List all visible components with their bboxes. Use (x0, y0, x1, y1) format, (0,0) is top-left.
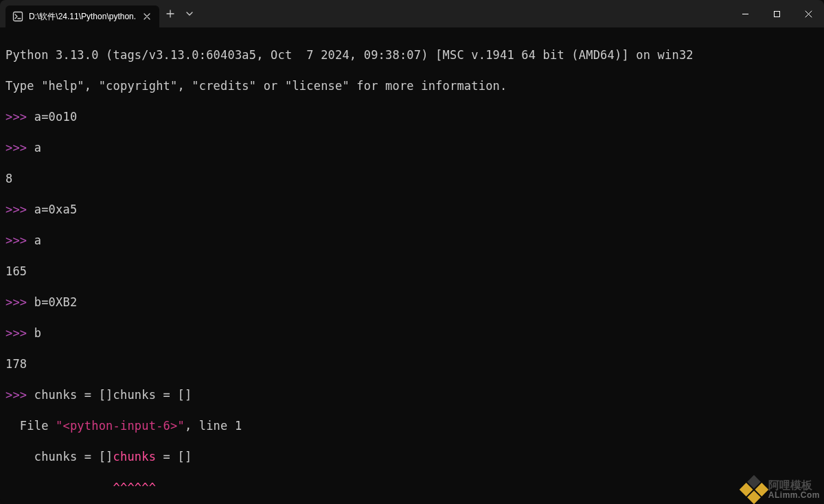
repl-prompt: >>> (5, 141, 34, 154)
python-banner: Python 3.13.0 (tags/v3.13.0:60403a5, Oct… (5, 48, 694, 62)
repl-input: a=0o10 (34, 110, 78, 124)
traceback-file-pre: File (5, 419, 56, 433)
close-button[interactable] (792, 0, 824, 27)
traceback-carets: ^^^^^^ (5, 481, 156, 494)
traceback-file-post: , line 1 (185, 419, 242, 433)
repl-prompt: >>> (5, 203, 34, 216)
repl-input: b=0XB2 (34, 295, 78, 309)
python-help-line: Type "help", "copyright", "credits" or "… (5, 79, 507, 93)
tab-app-icon (12, 11, 23, 22)
traceback-filename: "<python-input-6>" (56, 419, 185, 433)
active-tab[interactable]: D:\软件\24.11\Python\python. (5, 5, 159, 27)
terminal-window: D:\软件\24.11\Python\python. Python 3.13.0… (0, 0, 824, 504)
traceback-source-post: = [] (156, 450, 192, 463)
repl-prompt: >>> (5, 326, 34, 340)
repl-output: 165 (5, 264, 27, 278)
window-controls (729, 0, 824, 27)
repl-output: 8 (5, 172, 12, 185)
titlebar: D:\软件\24.11\Python\python. (0, 0, 824, 27)
repl-prompt: >>> (5, 388, 34, 402)
traceback-source-highlight: chunks (113, 450, 157, 463)
repl-input: a=0xa5 (34, 203, 78, 216)
new-tab-button[interactable] (159, 3, 181, 25)
repl-input: a (34, 141, 41, 154)
traceback-source-pre: chunks = [] (5, 450, 113, 463)
tab-dropdown-button[interactable] (181, 3, 198, 25)
tab-close-button[interactable] (141, 11, 152, 22)
repl-input: chunks = []chunks = [] (34, 388, 192, 402)
terminal-body[interactable]: Python 3.13.0 (tags/v3.13.0:60403a5, Oct… (0, 27, 824, 504)
repl-prompt: >>> (5, 110, 34, 124)
tab-title: D:\软件\24.11\Python\python. (29, 11, 136, 23)
svg-rect-3 (774, 11, 779, 16)
repl-input: b (34, 326, 41, 340)
repl-output: 178 (5, 357, 27, 371)
repl-prompt: >>> (5, 233, 34, 247)
maximize-button[interactable] (761, 0, 792, 27)
svg-rect-0 (14, 12, 23, 21)
repl-prompt: >>> (5, 295, 34, 309)
minimize-button[interactable] (729, 0, 761, 27)
repl-input: a (34, 233, 41, 247)
